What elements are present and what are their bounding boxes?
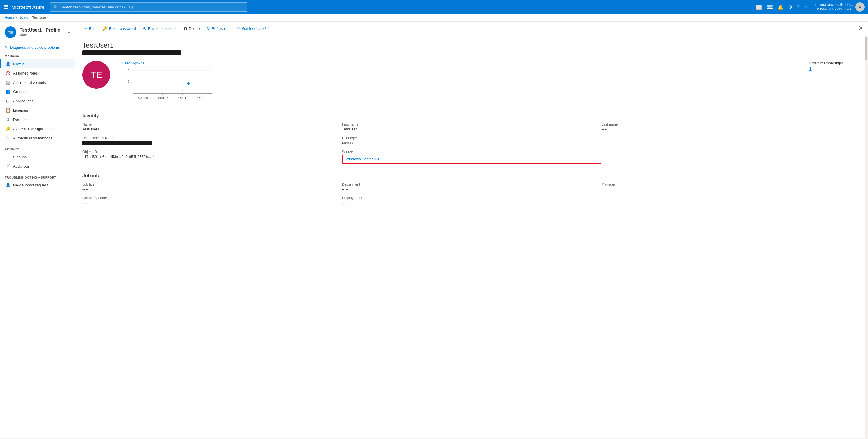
cloud-shell-icon[interactable]: ⌨ <box>767 4 773 10</box>
notification-icon[interactable]: 🔔 <box>778 4 783 10</box>
sidebar-item-new-support-request[interactable]: 👤New support request <box>0 180 75 190</box>
source-link[interactable]: Windows Server AD <box>345 157 379 161</box>
svg-text:0: 0 <box>128 91 129 95</box>
field-first-name: First name TestUser1 <box>342 122 602 131</box>
main-content: ✏ Edit 🔑 Reset password ⊘ Revoke session… <box>75 22 868 438</box>
layout: TE TestUser1 | Profile User « ✕ Diagnose… <box>0 22 868 438</box>
field-employee-id: Employee ID -- -- <box>342 196 602 205</box>
job-info-grid: Job title -- -- Department -- -- Manager… <box>83 182 861 205</box>
sidebar-label-authentication-methods: Authentication methods <box>13 136 53 140</box>
svg-text:4: 4 <box>128 68 129 72</box>
field-source: Source Windows Server AD <box>342 150 602 163</box>
delete-icon: 🗑 <box>183 26 187 31</box>
identity-grid: Name TestUser1 First name TestUser1 Last… <box>83 122 861 163</box>
sidebar-item-devices[interactable]: 🖥Devices <box>0 115 75 124</box>
sidebar-item-diagnose[interactable]: ✕ Diagnose and solve problems <box>0 43 75 52</box>
portal-icon[interactable]: ⬜ <box>756 4 762 10</box>
sidebar-label-devices: Devices <box>13 118 26 122</box>
sidebar-item-groups[interactable]: 👥Groups <box>0 87 75 96</box>
sidebar-user-title: TestUser1 | Profile <box>20 28 60 33</box>
nav-icons: ⬜ ⌨ 🔔 ⚙ ? ☺ admin@UniversalPrintT... UNI… <box>756 2 865 11</box>
licenses-icon: 📋 <box>5 108 10 113</box>
group-memberships-section: Group memberships 1 <box>809 61 861 72</box>
administrative-units-icon: 🏢 <box>5 80 10 85</box>
sidebar-item-profile[interactable]: 👤Profile <box>0 59 75 68</box>
refresh-button[interactable]: ↻ Refresh <box>204 25 228 32</box>
sidebar-activity-section: ↩Sign-ins📄Audit logs <box>0 152 75 171</box>
field-last-name: Last name -- -- <box>601 122 861 131</box>
toolbar-divider <box>230 25 231 32</box>
sidebar-item-licenses[interactable]: 📋Licenses <box>0 105 75 115</box>
groups-icon: 👥 <box>5 89 10 94</box>
field-department: Department -- -- <box>342 182 602 191</box>
group-memberships-label: Group memberships <box>809 61 861 65</box>
field-name: Name TestUser1 <box>83 122 342 131</box>
collapse-sidebar-button[interactable]: « <box>68 30 70 35</box>
sidebar-title-block: TestUser1 | Profile User <box>20 28 60 37</box>
diagnose-icon: ✕ <box>5 45 8 50</box>
reset-password-button[interactable]: 🔑 Reset password <box>99 25 139 32</box>
sidebar-label-new-support-request: New support request <box>13 183 48 187</box>
sidebar-label-profile: Profile <box>13 62 25 66</box>
sidebar-item-azure-role-assignments[interactable]: 🔑Azure role assignments <box>0 124 75 133</box>
breadcrumb-current: TestUser1 <box>32 15 48 20</box>
sidebar-label-azure-role-assignments: Azure role assignments <box>13 127 53 131</box>
user-profile[interactable]: admin@UniversalPrintT... UNIVERSAL PRINT… <box>813 2 865 11</box>
key-icon: 🔑 <box>102 26 107 31</box>
sidebar-item-applications[interactable]: ⊞Applications <box>0 96 75 105</box>
svg-text:Oct 4: Oct 4 <box>178 96 186 99</box>
feedback-button[interactable]: ♡ Got feedback? <box>234 25 270 32</box>
search-bar[interactable]: 🔍 <box>50 2 247 11</box>
sidebar-item-assigned-roles[interactable]: 🎯Assigned roles <box>0 68 75 78</box>
field-job-title: Job title -- -- <box>83 182 342 191</box>
redacted-email <box>83 51 181 55</box>
assigned-roles-icon: 🎯 <box>5 71 10 75</box>
new-support-request-icon: 👤 <box>5 183 10 187</box>
field-empty-2 <box>601 150 861 163</box>
sidebar-user-avatar: TE <box>5 26 16 38</box>
sidebar-item-authentication-methods[interactable]: 🛡Authentication methods <box>0 133 75 143</box>
delete-button[interactable]: 🗑 Delete <box>181 25 203 32</box>
field-empty-3 <box>601 196 861 205</box>
hamburger-menu[interactable]: ☰ <box>3 4 8 10</box>
brand-logo: Microsoft Azure <box>11 5 44 9</box>
divider-identity <box>83 108 861 108</box>
sign-ins-icon: ↩ <box>5 155 10 159</box>
sidebar-item-audit-logs[interactable]: 📄Audit logs <box>0 161 75 171</box>
chart-container: 4 2 0 Sep 20 Sep 27 Oct 4 Oct 11 <box>122 68 215 102</box>
close-button[interactable]: ✕ <box>859 25 863 32</box>
source-box: Windows Server AD <box>342 155 602 163</box>
field-empty-1 <box>601 136 861 145</box>
devices-icon: 🖥 <box>5 117 10 122</box>
avatar[interactable]: A <box>855 2 865 11</box>
feedback-icon[interactable]: ☺ <box>804 4 809 9</box>
manage-section-label: Manage <box>0 52 75 59</box>
copy-object-id-button[interactable]: ⎘ <box>153 155 155 159</box>
chart-svg: 4 2 0 Sep 20 Sep 27 Oct 4 Oct 11 <box>122 68 215 102</box>
sidebar-header: TE TestUser1 | Profile User « <box>0 22 75 43</box>
settings-icon[interactable]: ⚙ <box>788 4 792 10</box>
toolbar: ✏ Edit 🔑 Reset password ⊘ Revoke session… <box>75 22 868 35</box>
sidebar-user-subtitle: User <box>20 33 60 37</box>
upn-redacted <box>83 140 152 145</box>
profile-top-section: TE User Sign-ins 4 2 0 <box>83 61 861 102</box>
svg-point-10 <box>187 82 190 85</box>
ban-icon: ⊘ <box>143 26 147 31</box>
authentication-methods-icon: 🛡 <box>5 136 10 140</box>
breadcrumb-users[interactable]: Users <box>19 15 28 20</box>
field-object-id: Object ID c17ed691-d64b-453c-a8b2-d54b25… <box>83 150 342 163</box>
sidebar-label-sign-ins: Sign-ins <box>13 155 27 159</box>
sidebar-troubleshooting-section: 👤New support request <box>0 180 75 190</box>
edit-button[interactable]: ✏ Edit <box>81 25 98 32</box>
breadcrumb-home[interactable]: Home <box>5 15 14 20</box>
search-input[interactable] <box>60 5 244 9</box>
sidebar-item-administrative-units[interactable]: 🏢Administrative units <box>0 78 75 87</box>
revoke-sessions-button[interactable]: ⊘ Revoke sessions <box>140 25 179 32</box>
group-memberships-value[interactable]: 1 <box>809 66 861 72</box>
refresh-icon: ↻ <box>207 26 210 31</box>
help-icon[interactable]: ? <box>797 4 800 9</box>
svg-text:Oct 11: Oct 11 <box>197 96 207 99</box>
breadcrumb-sep2: › <box>29 15 30 20</box>
search-icon: 🔍 <box>53 5 58 9</box>
sidebar-item-sign-ins[interactable]: ↩Sign-ins <box>0 152 75 161</box>
